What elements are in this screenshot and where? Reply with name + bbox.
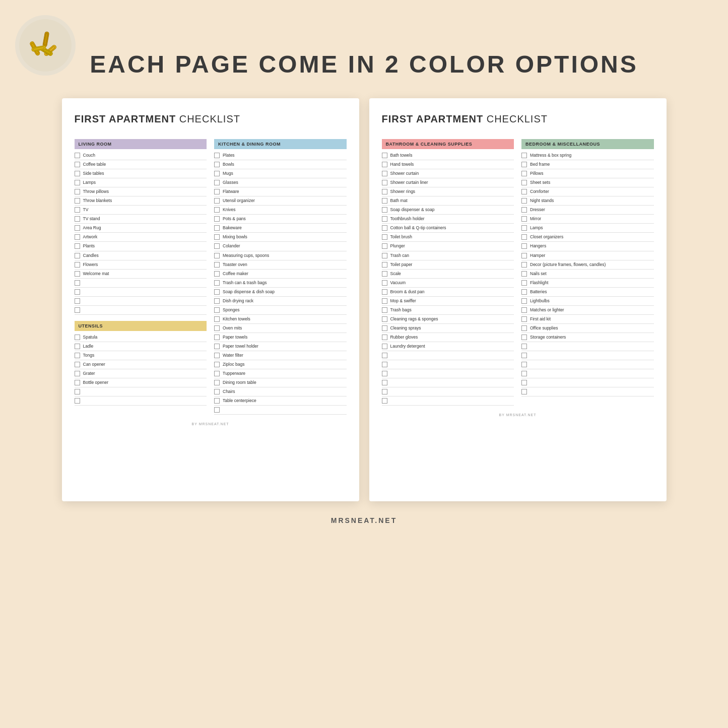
list-item[interactable]: Spatula (75, 333, 207, 342)
checkbox[interactable] (75, 371, 80, 376)
list-item[interactable]: Night stands (521, 196, 654, 206)
checkbox[interactable] (75, 280, 80, 286)
checkbox[interactable] (521, 335, 527, 340)
list-item[interactable]: Paper towels (214, 333, 347, 342)
checkbox[interactable] (75, 335, 80, 340)
checkbox[interactable] (214, 316, 220, 322)
checkbox[interactable] (75, 180, 80, 185)
list-item[interactable]: Plunger (382, 242, 514, 251)
list-item[interactable]: Dresser (521, 206, 654, 215)
checkbox[interactable] (214, 162, 220, 167)
checkbox[interactable] (521, 153, 527, 158)
checkbox[interactable] (214, 234, 220, 240)
checkbox[interactable] (382, 243, 387, 249)
list-item[interactable]: Water filter (214, 351, 347, 360)
list-item[interactable]: Cleaning rags & sponges (382, 315, 514, 324)
checkbox[interactable] (214, 371, 220, 376)
checkbox[interactable] (521, 362, 527, 367)
list-item[interactable]: Bed frame (521, 160, 654, 169)
checkbox[interactable] (214, 298, 220, 304)
list-item[interactable] (75, 396, 207, 406)
checkbox[interactable] (382, 171, 387, 176)
checkbox[interactable] (75, 289, 80, 295)
list-item[interactable]: Knives (214, 206, 347, 215)
checkbox[interactable] (75, 389, 80, 394)
list-item[interactable]: Kitchen towels (214, 315, 347, 324)
checkbox[interactable] (521, 198, 527, 204)
checkbox[interactable] (521, 225, 527, 231)
list-item[interactable]: Scale (382, 270, 514, 279)
list-item[interactable]: Pots & pans (214, 215, 347, 224)
checkbox[interactable] (382, 153, 387, 158)
list-item[interactable]: Broom & dust pan (382, 288, 514, 297)
list-item[interactable]: Coffee maker (214, 270, 347, 279)
list-item[interactable]: First aid kit (521, 315, 654, 324)
list-item[interactable]: Bath mat (382, 196, 514, 206)
list-item[interactable]: Mop & swiffer (382, 297, 514, 306)
checkbox[interactable] (214, 225, 220, 231)
checkbox[interactable] (214, 262, 220, 268)
list-item[interactable]: Glasses (214, 178, 347, 187)
checkbox[interactable] (214, 216, 220, 222)
checkbox[interactable] (382, 262, 387, 268)
list-item[interactable]: Matches or lighter (521, 306, 654, 315)
checkbox[interactable] (214, 407, 220, 413)
list-item[interactable]: Comforter (521, 187, 654, 196)
list-item[interactable]: Soap dispenser & soap (382, 206, 514, 215)
list-item[interactable]: Lamps (521, 224, 654, 233)
checkbox[interactable] (214, 253, 220, 258)
checkbox[interactable] (382, 189, 387, 194)
list-item[interactable]: TV stand (75, 215, 207, 224)
checkbox[interactable] (521, 307, 527, 313)
checkbox[interactable] (75, 171, 80, 176)
list-item[interactable]: Candles (75, 251, 207, 260)
checkbox[interactable] (521, 271, 527, 277)
checkbox[interactable] (214, 289, 220, 295)
checkbox[interactable] (214, 243, 220, 249)
checkbox[interactable] (521, 253, 527, 258)
list-item[interactable]: Soap dispense & dish soap (214, 288, 347, 297)
checkbox[interactable] (214, 180, 220, 185)
checkbox[interactable] (521, 316, 527, 322)
checkbox[interactable] (521, 234, 527, 240)
list-item[interactable]: Colander (214, 242, 347, 251)
checkbox[interactable] (382, 289, 387, 295)
checkbox[interactable] (75, 380, 80, 385)
checkbox[interactable] (75, 234, 80, 240)
checkbox[interactable] (521, 371, 527, 376)
checkbox[interactable] (521, 171, 527, 176)
checkbox[interactable] (214, 398, 220, 404)
list-item[interactable] (521, 387, 654, 396)
checkbox[interactable] (382, 380, 387, 385)
list-item[interactable]: Nails set (521, 270, 654, 279)
checkbox[interactable] (382, 162, 387, 167)
list-item[interactable]: Decor (picture frames, flowers, candles) (521, 260, 654, 270)
list-item[interactable]: Mugs (214, 169, 347, 178)
list-item[interactable]: Hamper (521, 251, 654, 260)
checkbox[interactable] (521, 207, 527, 213)
checkbox[interactable] (382, 225, 387, 231)
list-item[interactable] (75, 288, 207, 297)
list-item[interactable]: Mixing bowls (214, 233, 347, 242)
list-item[interactable]: Office supplies (521, 324, 654, 333)
checkbox[interactable] (75, 307, 80, 313)
list-item[interactable]: Tongs (75, 351, 207, 360)
checkbox[interactable] (382, 398, 387, 404)
list-item[interactable] (75, 279, 207, 288)
list-item[interactable]: Lamps (75, 178, 207, 187)
list-item[interactable] (382, 378, 514, 387)
checkbox[interactable] (521, 243, 527, 249)
checkbox[interactable] (75, 153, 80, 158)
checkbox[interactable] (521, 298, 527, 304)
list-item[interactable]: Can opener (75, 360, 207, 369)
list-item[interactable] (521, 369, 654, 378)
checkbox[interactable] (214, 307, 220, 313)
list-item[interactable]: Toothbrush holder (382, 215, 514, 224)
list-item[interactable] (382, 360, 514, 369)
checkbox[interactable] (75, 189, 80, 194)
list-item[interactable] (382, 351, 514, 360)
checkbox[interactable] (75, 298, 80, 304)
checkbox[interactable] (521, 180, 527, 185)
list-item[interactable]: Grater (75, 369, 207, 378)
list-item[interactable] (382, 369, 514, 378)
